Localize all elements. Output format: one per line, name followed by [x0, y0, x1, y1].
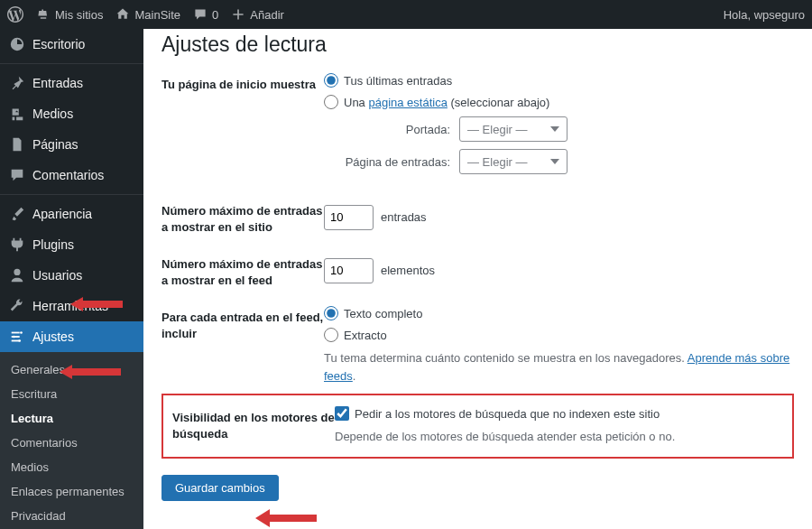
radio-static-page[interactable]	[324, 95, 338, 109]
menu-pages[interactable]: Páginas	[0, 129, 143, 160]
svg-point-3	[20, 331, 23, 334]
menu-plugins[interactable]: Plugins	[0, 229, 143, 260]
submenu-discussion[interactable]: Comentarios	[0, 431, 143, 455]
menu-comments[interactable]: Comentarios	[0, 160, 143, 190]
sites-icon	[36, 7, 51, 22]
comments-count[interactable]: 0	[193, 7, 218, 22]
admin-bar: Mis sitios MainSite 0 Añadir Hola, wpseg…	[0, 0, 812, 29]
submenu-media[interactable]: Medios	[0, 455, 143, 479]
label-feed-content: Para cada entrada en el feed, incluir	[161, 306, 324, 385]
home-icon	[115, 7, 130, 22]
submenu-privacy[interactable]: Privacidad	[0, 504, 143, 528]
my-sites[interactable]: Mis sitios	[36, 7, 103, 22]
user-icon	[9, 267, 25, 283]
posts-page-label: Página de entradas:	[342, 155, 450, 169]
dashboard-icon	[9, 36, 25, 52]
page-icon	[9, 136, 25, 153]
menu-settings[interactable]: Ajustes	[0, 321, 143, 352]
menu-posts[interactable]: Entradas	[0, 68, 143, 98]
svg-rect-0	[12, 332, 20, 334]
visibility-description: Depende de los motores de búsqueda atend…	[335, 428, 783, 446]
svg-marker-9	[255, 509, 317, 527]
wp-logo[interactable]	[7, 6, 23, 23]
static-page-link[interactable]: página estática	[368, 96, 447, 109]
radio-static-label: Una página estática (seleccionar abajo)	[344, 96, 549, 109]
radio-excerpt-label: Extracto	[344, 329, 387, 342]
radio-full-text[interactable]	[324, 306, 338, 320]
brush-icon	[9, 206, 25, 222]
input-posts-per-feed[interactable]	[324, 258, 374, 283]
label-visibility: Visibilidad en los motores de búsqueda	[172, 406, 335, 446]
greeting[interactable]: Hola, wpseguro	[724, 8, 805, 22]
menu-media[interactable]: Medios	[0, 98, 143, 129]
settings-icon	[9, 329, 25, 345]
annotation-arrow	[255, 507, 318, 529]
label-posts-per-feed: Número máximo de entradas a mostrar en e…	[161, 253, 324, 288]
content-area: Ajustes de lectura Tu página de inicio m…	[143, 29, 812, 529]
checkbox-discourage-search[interactable]	[335, 406, 349, 421]
plus-icon	[231, 7, 245, 22]
checkbox-label: Pedir a los motores de búsqueda que no i…	[355, 407, 660, 421]
menu-users[interactable]: Usuarios	[0, 260, 143, 291]
comment-icon	[193, 7, 208, 22]
submenu-writing[interactable]: Escritura	[0, 382, 143, 406]
radio-latest-posts[interactable]	[324, 73, 338, 88]
radio-latest-label: Tus últimas entradas	[344, 74, 452, 88]
front-page-select[interactable]: — Elegir —	[459, 116, 567, 142]
svg-point-5	[18, 339, 21, 342]
menu-tools[interactable]: Herramientas	[0, 291, 143, 321]
menu-appearance[interactable]: Apariencia	[0, 199, 143, 229]
label-posts-per-page: Número máximo de entradas a mostrar en e…	[161, 200, 324, 235]
radio-full-label: Texto completo	[344, 307, 422, 320]
posts-page-select[interactable]: — Elegir —	[459, 149, 567, 174]
input-posts-per-page[interactable]	[324, 205, 374, 230]
add-new[interactable]: Añadir	[231, 7, 284, 22]
wrench-icon	[9, 298, 25, 314]
menu-dashboard[interactable]: Escritorio	[0, 29, 143, 60]
label-homepage: Tu página de inicio muestra	[161, 73, 324, 181]
feed-description: Tu tema determina cuánto contenido se mu…	[324, 349, 794, 385]
submenu-permalinks[interactable]: Enlaces permanentes	[0, 479, 143, 504]
pin-icon	[9, 75, 25, 91]
plugin-icon	[9, 237, 25, 253]
unit-entries: entradas	[381, 210, 427, 224]
settings-submenu: Generales Escritura Lectura Comentarios …	[0, 352, 143, 529]
wordpress-icon	[7, 6, 23, 23]
visibility-highlight: Visibilidad en los motores de búsqueda P…	[161, 394, 794, 459]
site-name[interactable]: MainSite	[115, 7, 180, 22]
comment-icon	[9, 167, 25, 183]
admin-sidebar: Escritorio Entradas Medios Páginas Comen…	[0, 29, 143, 529]
svg-point-4	[13, 336, 15, 339]
save-button[interactable]: Guardar cambios	[161, 475, 279, 501]
page-title: Ajustes de lectura	[161, 32, 794, 57]
unit-elements: elementos	[381, 264, 435, 277]
media-icon	[9, 106, 25, 122]
radio-excerpt[interactable]	[324, 328, 338, 342]
front-page-label: Portada:	[342, 123, 450, 136]
submenu-reading[interactable]: Lectura	[0, 406, 143, 431]
submenu-general[interactable]: Generales	[0, 357, 143, 382]
